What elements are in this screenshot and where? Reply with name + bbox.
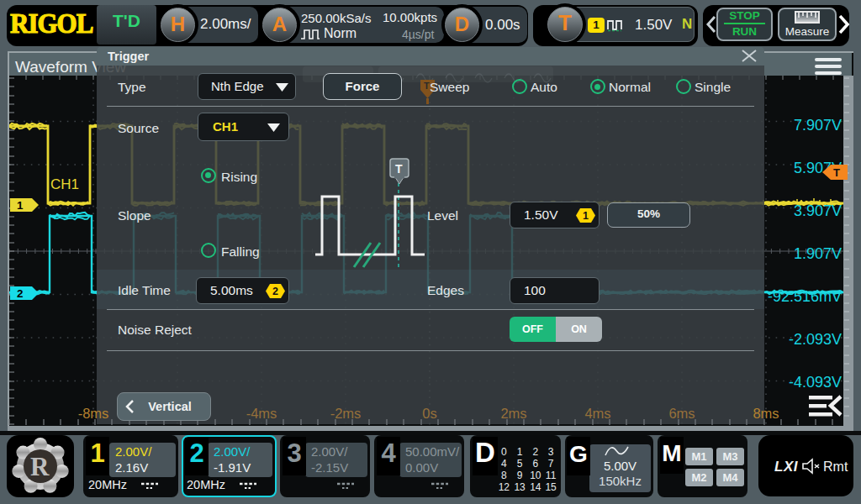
svg-text:T: T [395, 162, 403, 176]
svg-text:1: 1 [583, 210, 589, 222]
svg-text:R: R [30, 452, 50, 481]
svg-text:2: 2 [272, 286, 278, 297]
